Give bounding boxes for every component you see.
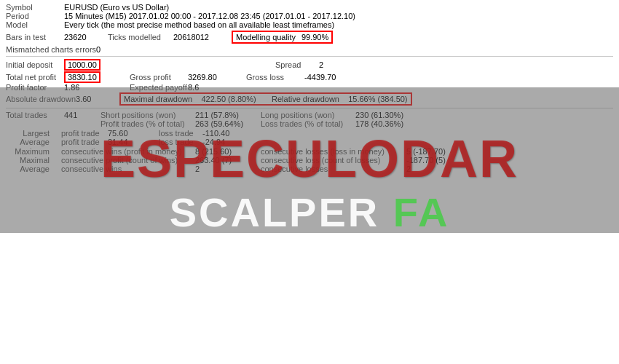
model-label: Model (6, 20, 64, 29)
bars-row: Bars in test 23620 Ticks modelled 206180… (6, 31, 613, 44)
ticks-label: Ticks modelled (108, 31, 173, 44)
gross-loss-value: -4439.70 (304, 71, 613, 83)
mismatched-value: 0 (96, 45, 613, 54)
gross-profit-label: Gross profit (130, 71, 188, 83)
spread-value: 2 (319, 59, 613, 71)
net-profit-label: Total net profit (6, 71, 64, 83)
mq-value: 99.90% (301, 33, 328, 41)
spread-label: Spread (275, 59, 319, 71)
period-label: Period (6, 12, 64, 20)
model-row: Model Every tick (the most precise metho… (6, 20, 613, 29)
gross-loss-label: Gross loss (246, 71, 304, 83)
bars-value: 23620 (64, 31, 108, 44)
deposit-row: Initial deposit 1000.00 Spread 2 (6, 59, 613, 71)
mq-label: Modelling quality (236, 33, 296, 41)
deposit-value: 1000.00 (64, 59, 130, 71)
ticks-value: 20618012 (173, 31, 232, 44)
mismatched-label: Mismatched charts errors (6, 45, 96, 54)
net-profit-row: Total net profit 3830.10 Gross profit 32… (6, 71, 613, 83)
mismatched-row: Mismatched charts errors 0 (6, 45, 613, 54)
net-profit-value: 3830.10 (64, 71, 130, 83)
bars-label: Bars in test (6, 31, 64, 44)
watermark-background (0, 87, 619, 233)
symbol-label: Symbol (6, 3, 64, 12)
gross-profit-value: 3269.80 (188, 71, 246, 83)
model-value: Every tick (the most precise method base… (64, 20, 613, 29)
period-row: Period 15 Minutes (M15) 2017.01.02 00:00… (6, 12, 613, 20)
deposit-value-box: 1000.00 (64, 59, 100, 71)
modelling-quality-box: Modelling quality 99.90% (232, 31, 333, 44)
period-value: 15 Minutes (M15) 2017.01.02 00:00 - 2017… (64, 12, 613, 20)
net-profit-value-box: 3830.10 (64, 71, 100, 83)
deposit-label: Initial deposit (6, 59, 64, 71)
symbol-row: Symbol EURUSD (Euro vs US Dollar) (6, 3, 613, 12)
symbol-value: EURUSD (Euro vs US Dollar) (64, 3, 613, 12)
